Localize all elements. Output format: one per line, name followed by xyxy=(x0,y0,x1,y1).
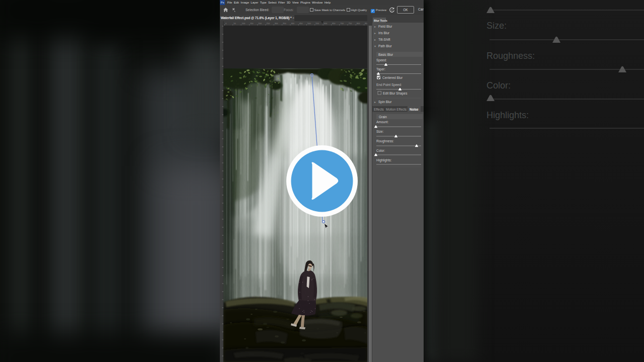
svg-text:300: 300 xyxy=(275,22,278,25)
svg-text:Iris Blur: Iris Blur xyxy=(378,31,390,35)
svg-text:500: 500 xyxy=(307,22,311,25)
svg-text:▾: ▾ xyxy=(374,45,376,48)
svg-text:800: 800 xyxy=(357,22,360,25)
svg-text:Edit Blur Shapes: Edit Blur Shapes xyxy=(383,92,408,96)
svg-text:550: 550 xyxy=(315,22,319,25)
svg-text:Grain: Grain xyxy=(379,115,387,119)
svg-text:Path Blur: Path Blur xyxy=(378,44,392,48)
svg-text:▸: ▸ xyxy=(374,32,376,35)
svg-text:Spin Blur: Spin Blur xyxy=(378,100,392,104)
svg-text:Roughness:: Roughness: xyxy=(376,139,394,143)
svg-text:Amount:: Amount: xyxy=(376,120,388,124)
svg-text:100: 100 xyxy=(242,22,246,25)
svg-text:▸: ▸ xyxy=(374,101,376,104)
svg-text:Tilt-Shift: Tilt-Shift xyxy=(378,38,390,41)
svg-text:Blur Tools: Blur Tools xyxy=(374,19,387,22)
svg-text:50: 50 xyxy=(233,22,236,25)
svg-text:Highlights:: Highlights: xyxy=(487,110,529,120)
svg-text:Effects: Effects xyxy=(374,108,384,111)
svg-text:650: 650 xyxy=(332,22,336,25)
svg-text:150: 150 xyxy=(250,22,254,25)
svg-text:Motion Effects: Motion Effects xyxy=(386,108,407,111)
svg-text:Centered Blur: Centered Blur xyxy=(382,76,403,79)
svg-text:Field Blur: Field Blur xyxy=(378,25,392,28)
svg-text:Speed:: Speed: xyxy=(376,58,387,62)
svg-text:200: 200 xyxy=(258,22,262,25)
svg-text:▸: ▸ xyxy=(374,38,376,41)
svg-text:Color:: Color: xyxy=(376,149,385,152)
svg-text:Roughness:: Roughness: xyxy=(487,51,535,61)
svg-text:Taper:: Taper: xyxy=(376,67,385,71)
svg-text:750: 750 xyxy=(349,22,352,25)
svg-text:450: 450 xyxy=(299,22,303,25)
svg-text:350: 350 xyxy=(283,22,286,25)
svg-text:250: 250 xyxy=(267,22,270,25)
svg-text:▸: ▸ xyxy=(374,25,376,28)
svg-text:600: 600 xyxy=(324,22,328,25)
svg-text:Noise: Noise xyxy=(410,108,419,111)
svg-text:End Point Speed:: End Point Speed: xyxy=(376,83,402,87)
svg-text:Highlights:: Highlights: xyxy=(376,158,392,162)
svg-text:700: 700 xyxy=(340,22,344,25)
svg-text:Size:: Size: xyxy=(376,130,384,133)
svg-text:Size:: Size: xyxy=(487,21,507,31)
svg-text:400: 400 xyxy=(291,22,294,25)
svg-text:Basic Blur: Basic Blur xyxy=(378,53,393,56)
svg-text:Color:: Color: xyxy=(487,80,511,90)
